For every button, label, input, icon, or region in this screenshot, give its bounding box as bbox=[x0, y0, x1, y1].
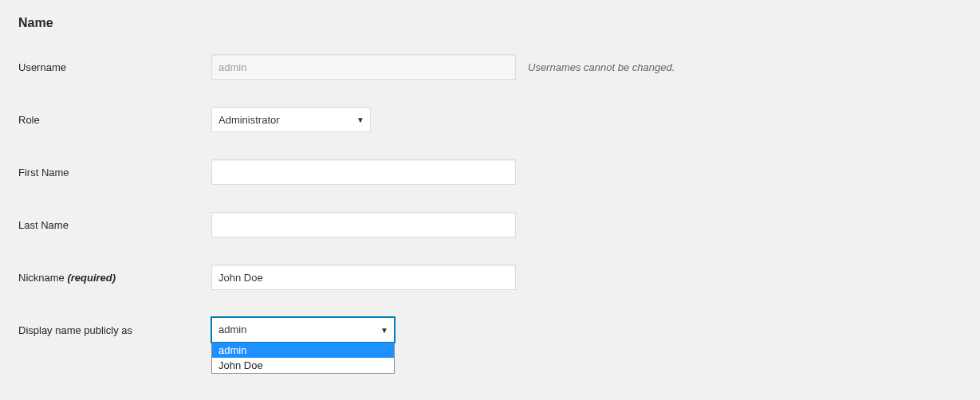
first-name-input[interactable] bbox=[211, 159, 516, 185]
display-name-selected: admin bbox=[218, 324, 246, 335]
nickname-row: Nickname (required) bbox=[16, 265, 964, 290]
display-name-option[interactable]: admin bbox=[212, 343, 394, 358]
role-select-wrapper: Administrator ▼ bbox=[211, 107, 371, 132]
display-name-select[interactable]: admin bbox=[211, 317, 395, 343]
last-name-row: Last Name bbox=[16, 212, 964, 237]
display-name-label: Display name publicly as bbox=[16, 324, 211, 336]
role-select[interactable]: Administrator bbox=[211, 107, 371, 132]
nickname-input[interactable] bbox=[211, 265, 516, 290]
nickname-label-text: Nickname bbox=[18, 272, 65, 284]
display-name-option[interactable]: John Doe bbox=[212, 358, 394, 373]
display-name-dropdown: admin John Doe bbox=[211, 343, 395, 374]
first-name-row: First Name bbox=[16, 159, 964, 185]
display-name-select-wrapper: admin ▼ admin John Doe bbox=[211, 317, 395, 343]
name-form: Username Usernames cannot be changed. Ro… bbox=[16, 54, 964, 343]
nickname-label: Nickname (required) bbox=[16, 272, 211, 284]
role-row: Role Administrator ▼ bbox=[16, 107, 964, 132]
username-label: Username bbox=[16, 61, 211, 73]
username-row: Username Usernames cannot be changed. bbox=[16, 54, 964, 80]
last-name-input[interactable] bbox=[211, 212, 516, 237]
role-label: Role bbox=[16, 114, 211, 126]
last-name-label: Last Name bbox=[16, 219, 211, 231]
section-title: Name bbox=[18, 16, 964, 30]
username-input bbox=[211, 54, 516, 80]
display-name-row: Display name publicly as admin ▼ admin J… bbox=[16, 317, 964, 343]
first-name-label: First Name bbox=[16, 167, 211, 178]
username-description: Usernames cannot be changed. bbox=[528, 61, 675, 73]
nickname-required: (required) bbox=[67, 272, 116, 284]
